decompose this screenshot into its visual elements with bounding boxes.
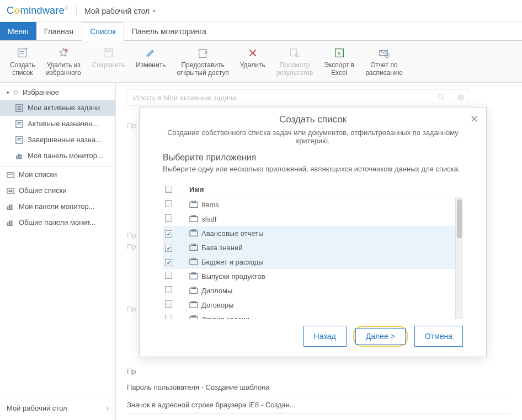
sidebar-item-shared-lists[interactable]: Общие списки (0, 182, 115, 198)
sidebar-item-my-dashboards[interactable]: Мои панели монитор... (0, 198, 115, 214)
workspace-selector[interactable]: Мой рабочий стол ▾ (84, 7, 156, 15)
sidebar-item-my-active-tasks[interactable]: Мои активные задачи (0, 100, 115, 116)
app-row[interactable]: Договоры (163, 298, 463, 312)
brand-rest: mindware (20, 5, 65, 16)
app-checkbox[interactable]: ✔ (165, 245, 172, 252)
sidebar-item-label: Мои панели монитор... (19, 202, 95, 211)
app-row[interactable]: ✔Авансовые отчеты (163, 226, 463, 240)
ribbon-create-label: Создать список (10, 61, 35, 77)
ribbon-view-results: Просмотр результатов (272, 44, 318, 79)
app-name: Другие задачи (201, 315, 249, 320)
tab-monitoring[interactable]: Панель мониторинга (124, 22, 215, 40)
menu-button[interactable]: Меню (0, 22, 36, 40)
section-heading: Выберите приложения (163, 153, 463, 163)
share-icon (195, 46, 211, 60)
ribbon-share[interactable]: Предоставить открытый доступ (172, 44, 233, 79)
app-row[interactable]: ✔База знаний (163, 240, 463, 255)
sidebar-item-completed[interactable]: Завершенные назна... (0, 132, 115, 148)
back-button[interactable]: Назад (303, 326, 347, 347)
header-name-col[interactable]: Имя (189, 185, 204, 193)
star-x-icon (56, 46, 71, 60)
app-checkbox[interactable] (165, 214, 172, 222)
svg-line-13 (298, 56, 300, 58)
app-row[interactable]: Другие задачи (163, 312, 463, 319)
chevron-down-icon: ▾ (7, 90, 9, 95)
task-row[interactable]: Пароль пользователя - Создание шаблона (127, 379, 511, 396)
sidebar-favorites-header[interactable]: ▾ ☆ Избранное (0, 83, 115, 100)
list-icon (15, 120, 23, 128)
ribbon-schedule-report[interactable]: Отчет по расписанию (361, 44, 407, 79)
brand-reg: ® (65, 6, 68, 11)
create-list-modal: Создать список ✕ Создание собственного с… (139, 107, 487, 357)
app-checkbox[interactable] (165, 286, 172, 293)
ribbon-edit[interactable]: Изменить (131, 44, 170, 71)
sidebar-item-my-dashboard[interactable]: Моя панель монитор... (0, 148, 115, 164)
app-icon (189, 244, 201, 251)
tab-main[interactable]: Главная (36, 22, 82, 40)
ribbon-create-list[interactable]: + Создать список (6, 44, 40, 79)
app-checkbox[interactable] (165, 272, 172, 279)
app-checkbox[interactable]: ✔ (165, 259, 172, 266)
app-name: Items (201, 201, 219, 209)
apps-table-header: Имя (163, 182, 463, 197)
apps-table: Имя Itemssfsdf✔Авансовые отчеты✔База зна… (163, 182, 463, 319)
app-row[interactable]: ✔Бюджет и расходы (163, 255, 463, 269)
app-row[interactable]: Выпуски продуктов (163, 269, 463, 283)
ribbon-export-excel[interactable]: X Экспорт в Excel (319, 44, 359, 79)
task-row[interactable]: Значок в адресной строке браузера IE8 - … (127, 396, 511, 414)
dashboard-icon (7, 203, 14, 211)
sidebar-item-shared-dashboards[interactable]: Общие панели монит... (0, 214, 115, 230)
svg-rect-37 (9, 204, 11, 209)
tab-list[interactable]: Список (82, 22, 124, 41)
sidebar-footer[interactable]: Мой рабочий стол › (0, 396, 115, 420)
app-name: Авансовые отчеты (201, 229, 264, 238)
sidebar-item-active-assigned[interactable]: Активные назначен... (0, 116, 115, 132)
app-checkbox[interactable] (165, 200, 172, 207)
excel-icon: X (332, 46, 347, 60)
app-icon (189, 201, 201, 208)
topbar: Comindware® Мой рабочий стол ▾ (0, 0, 522, 22)
sidebar-nav-section: Мои списки Общие списки Мои панели монит… (0, 166, 115, 233)
ribbon-toolbar: + Создать список Удалить из избранного С… (0, 41, 522, 83)
cancel-button[interactable]: Отмена (414, 326, 463, 347)
app-checkbox[interactable] (165, 315, 172, 319)
scroll-thumb[interactable] (457, 200, 462, 238)
app-row[interactable]: Items (163, 197, 463, 212)
ribbon-delete-label: Удалить (240, 61, 265, 69)
app-icon (189, 272, 201, 280)
next-button-highlight: Далее > (353, 326, 408, 347)
app-name: Бюджет и расходы (201, 258, 264, 266)
ribbon-unfav-label: Удалить из избранного (46, 61, 81, 77)
svg-text:+: + (25, 47, 28, 51)
ribbon-delete[interactable]: Удалить (236, 44, 270, 71)
svg-rect-30 (20, 155, 22, 159)
app-row[interactable]: sfsdf (163, 212, 463, 226)
modal-body: Выберите приложения Выберите одну или не… (140, 153, 486, 319)
select-all-checkbox[interactable] (165, 186, 172, 193)
header-checkbox-col (163, 186, 189, 193)
sidebar-item-my-lists[interactable]: Мои списки (0, 166, 115, 182)
next-button[interactable]: Далее > (355, 328, 406, 344)
sidebar-item-label: Мои списки (19, 170, 57, 179)
svg-rect-36 (8, 207, 9, 209)
app-checkbox[interactable] (165, 300, 172, 308)
app-row[interactable]: Дипломы (163, 283, 463, 298)
app-name: sfsdf (201, 215, 216, 223)
app-checkbox[interactable]: ✔ (165, 230, 172, 238)
pencil-icon (143, 46, 158, 60)
task-row[interactable]: Клонирование задачи - Проверка сценария … (127, 414, 511, 420)
envelope-clock-icon (376, 46, 392, 60)
app-icon (189, 215, 201, 223)
apps-scrollbar[interactable] (455, 197, 463, 319)
sidebar-item-label: Завершенные назна... (28, 136, 102, 144)
folder-list-icon (7, 171, 14, 179)
modal-title: Создать список (148, 114, 477, 125)
sidebar-fav-head-label: Избранное (23, 88, 59, 96)
delete-icon (245, 46, 260, 60)
ribbon-remove-favorite[interactable]: Удалить из избранного (42, 44, 86, 79)
shared-list-icon (7, 187, 14, 195)
save-icon (100, 46, 116, 60)
app-name: Выпуски продуктов (201, 272, 265, 281)
close-icon[interactable]: ✕ (470, 113, 478, 125)
workspace-label: Мой рабочий стол (84, 7, 150, 15)
